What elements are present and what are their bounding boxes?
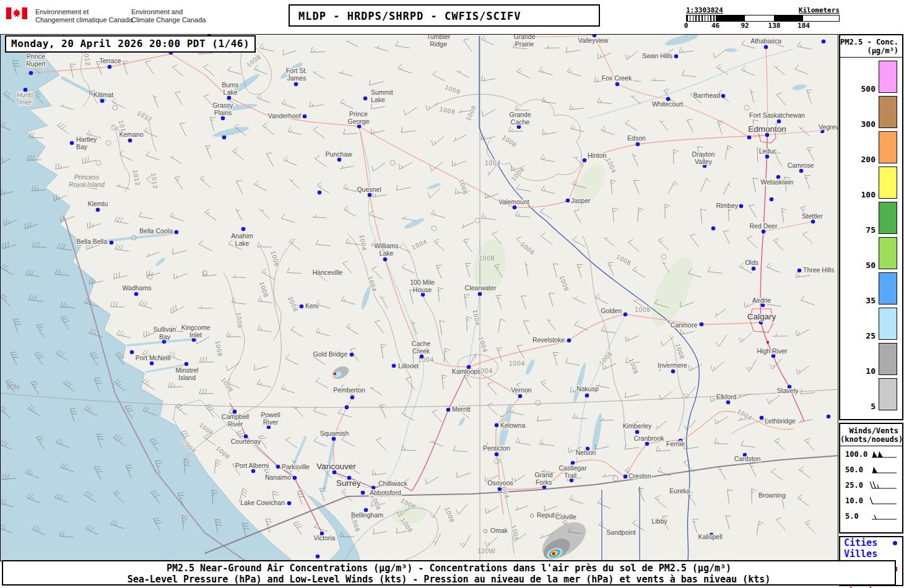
city-label: Kamloops (452, 368, 481, 375)
wind-barb-icon (870, 449, 898, 459)
pm-level-swatch (879, 378, 897, 410)
department-name-en: Environment andClimate Change Canada (131, 8, 206, 24)
city-label: Vanderhoof (267, 112, 301, 119)
city-dot (624, 475, 628, 479)
pm-level-swatch (879, 166, 897, 199)
city-label: Libby (651, 517, 667, 525)
city-label: Edmonton (748, 124, 786, 134)
pm-level-swatch (879, 308, 897, 340)
city-dot (421, 293, 425, 297)
hotspot-marker (334, 373, 336, 375)
city-dot (513, 205, 517, 210)
wind-speed-row: 25.0 (840, 477, 902, 493)
city-dot (128, 139, 133, 143)
city-label: Bella Bella (76, 238, 107, 245)
city-label: Valleyview (578, 37, 609, 44)
isobar-label: 1008 (479, 255, 495, 262)
city-dot (294, 82, 298, 87)
city-label: GrandePrairie (513, 35, 535, 48)
city-label: Swan Hills (642, 52, 672, 59)
city-dot (332, 437, 336, 441)
pm-level-row: 300 (840, 96, 897, 128)
city-label: Klemtu (88, 200, 108, 207)
city-label: Clearwater (465, 284, 497, 292)
city-label: Terrace (99, 57, 121, 64)
scale-tick: 46 (711, 22, 719, 30)
city-label: Athabasca (750, 37, 781, 45)
pm-level-label: 300 (861, 120, 876, 128)
city-dot (777, 119, 781, 124)
city-dot (368, 193, 372, 197)
pm-level-label: 5 (871, 402, 876, 410)
city-dot (29, 71, 33, 76)
town-circle-marker (563, 521, 567, 524)
city-label: Barrhead (693, 92, 720, 99)
city-label: Stavely (777, 387, 799, 394)
city-dot (827, 415, 831, 419)
city-label: Cranbrook (633, 435, 664, 442)
city-label: Golden (601, 307, 622, 314)
city-label: BurnsLake (222, 81, 238, 96)
city-label: Vegreville (819, 123, 838, 131)
city-label: Nanaimo (265, 473, 291, 481)
winds-legend-units: (knots/noeuds) (840, 435, 898, 444)
winds-legend-rows: 100.050.025.010.05.0 (840, 446, 902, 524)
city-dot (303, 115, 307, 119)
city-label: Bellingham (351, 511, 383, 519)
graticule-label: 120W (477, 547, 495, 555)
city-label: GrandForks (534, 471, 552, 486)
pm-level-row: 10 (840, 343, 897, 375)
pm-level-label: 100 (861, 191, 876, 199)
city-dot (316, 555, 320, 559)
department-name-fr: Environnement etChangement climatique Ca… (35, 8, 133, 24)
town-circle-marker (484, 529, 487, 533)
graticule-label: 50N (7, 383, 19, 391)
city-dot (241, 227, 246, 231)
wind-speed-row: 10.0 (840, 493, 902, 508)
city-label: Kelowna (500, 422, 525, 429)
cities-label-fr: Villes (844, 548, 877, 560)
pm-level-swatch (879, 131, 897, 163)
city-label: Fox Creek (602, 74, 632, 82)
winds-legend-title: Winds/Vents (840, 426, 898, 435)
city-label: Sandpoint (606, 529, 635, 536)
pm-level-row: 500 (840, 61, 897, 93)
city-label: CacheCreek (412, 340, 431, 355)
city-dot (671, 370, 676, 374)
timestamp-box: Monday, 20 April 2026 20:00 PDT (1/46) (5, 35, 256, 53)
city-dot (251, 469, 256, 473)
city-label: Wadhams (123, 284, 152, 292)
city-dot (134, 292, 139, 296)
isobar-label: 1004 (509, 360, 525, 367)
scale-tick: 92 (741, 22, 749, 30)
city-label: Keni (305, 302, 318, 309)
town-circle-marker (530, 514, 534, 517)
bottom-caption: PM2.5 Near-Ground Air Concentrations (µg… (2, 560, 896, 586)
city-dot (420, 355, 424, 359)
scale-ratio: 1:3303824 (686, 6, 723, 14)
city-label: Squamish (320, 430, 349, 437)
city-label: Quesnel (357, 186, 381, 193)
city-label: High River (757, 347, 788, 355)
weather-map-page: Environnement etChangement climatique Ca… (0, 0, 904, 588)
city-dot (518, 394, 523, 399)
isobar-label: 1004 (485, 160, 501, 166)
pm-level-row: 50 (840, 237, 897, 269)
lake (725, 48, 737, 52)
wind-speed-label: 100.0 (845, 450, 867, 459)
city-dot (624, 313, 628, 317)
city-label: Hinton (588, 152, 607, 159)
city-dot (300, 305, 304, 309)
city-label: Kitimat (93, 91, 113, 98)
hotspot-marker (767, 341, 769, 344)
city-label: Port McNeill (136, 354, 171, 361)
city-label: Lethbridge (765, 417, 796, 425)
city-dot (108, 65, 112, 69)
city-dot (267, 425, 271, 430)
city-label: Kalispell (698, 533, 722, 540)
wind-barb-icon (870, 465, 898, 475)
city-dot (739, 204, 744, 209)
city-label: Victoria (314, 534, 336, 542)
wind-speed-label: 50.0 (845, 465, 863, 474)
city-dot (645, 442, 650, 446)
